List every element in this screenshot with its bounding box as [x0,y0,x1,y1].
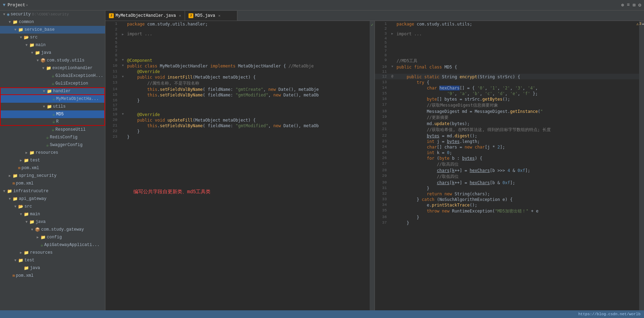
tree-item-md5[interactable]: ☕ MD5 [0,110,105,118]
table-row: 9 //MD5工具 [375,57,639,64]
tree-item-redisconfig[interactable]: ☕ RedisConfig [0,133,105,141]
table-row: 35 throw new RuntimeException("MD5加密出错！"… [375,208,639,214]
pom-sb-label: pom.xml [22,166,39,171]
table-row: 29 //取低四位 [375,173,639,180]
tab-right-label: MD5.java [195,13,215,18]
left-scrollbar-track[interactable]: ✓ [370,21,375,310]
tree-item-handler[interactable]: ▼ 📁 handler [0,87,105,95]
tree-item-main[interactable]: ▼ 📁 main [0,41,105,49]
tree-item-common[interactable]: ▼ 📁 common [0,18,105,26]
tree-item-package[interactable]: ▼ 📦 com.study.utils [0,57,105,64]
tree-item-java-ag[interactable]: ▼ 📁 java [0,218,105,226]
tree-item-utils[interactable]: ▼ 📁 utils [0,103,105,110]
tree-item-java-test-ag[interactable]: 📁 java [0,264,105,272]
security-expand-icon: ▼ [1,13,7,16]
code-cell: import ... [126,31,370,36]
line-num: 2 [105,27,120,31]
folder-icon-java-ag: 📁 [29,219,35,225]
table-row: 12 @ public static String encrypt(String… [375,74,639,79]
security-label: security [10,12,31,17]
tree-item-src-ag[interactable]: ▼ 📂 src [0,203,105,210]
src-expand-icon: ▼ [18,36,24,39]
right-editor-scroll[interactable]: 1 package com.study.utils.utils; 2 3 ▶ i… [375,21,639,310]
tree-item-spring-security[interactable]: ▶ 📁 spring_security [0,172,105,180]
tree-item-config[interactable]: ▶ 📁 config [0,233,105,241]
left-scroll-check: ✓ [370,21,375,28]
table-row: 3 ▶ import ... [375,31,639,36]
project-icon: ▼ [3,2,6,8]
tree-item-gateway-package[interactable]: ▼ 📦 com.study.gateway [0,226,105,233]
responseutil-label: ResponseUtil [55,127,86,132]
sidebar: ▼ ◉ security D:\CODE\security ▼ 📁 common… [0,10,105,310]
tree-item-swaggerconfig[interactable]: ☕ SwaggerConfig [0,141,105,149]
tree-item-resources-ag[interactable]: ▶ 📁 resources [0,249,105,256]
warning-up-icon: ▲ [642,22,644,26]
tree-item-service-base[interactable]: ▼ 📁 service_base [0,26,105,34]
warning-indicator: ⚠ 3 ▲ [636,22,644,26]
add-icon[interactable]: ⊕ [621,2,624,8]
module-icon: ◉ [7,12,9,17]
tree-item-guliexception[interactable]: ☕ GuliException [0,80,105,87]
tree-item-test[interactable]: ▶ 📁 test [0,157,105,164]
table-row: 13 try { [375,79,639,85]
left-editor-scroll[interactable]: 1 package com.study.utils.handler; 2 3 [105,21,370,310]
table-row: 16 } [105,97,370,103]
list-icon[interactable]: ≡ [627,2,630,8]
table-row: 21 this.setFieldValByName( fieldName: "g… [105,123,370,128]
infrastrucutre-label: infrastrucutre [13,189,49,194]
right-code-table: 1 package com.study.utils.utils; 2 3 ▶ i… [375,21,639,225]
table-row: 8 [375,53,639,57]
tree-item-java[interactable]: ▼ 📁 java [0,49,105,57]
table-row: 14 this.setFieldValByName( fieldName: "g… [105,86,370,92]
pom-ss-label: pom.xml [16,181,34,186]
title-bar-title: Project [8,3,25,8]
tab-right[interactable]: J MD5.java ✕ [185,11,237,21]
settings-icon[interactable]: ⚙ [638,2,641,8]
tree-item-r[interactable]: ☕ R [0,118,105,126]
tree-item-resources[interactable]: ▶ 📁 resources [0,149,105,157]
tree-item-pom-sb[interactable]: m pom.xml [0,164,105,172]
main-layout: ▼ ◉ security D:\CODE\security ▼ 📁 common… [0,10,644,310]
main-ag-expand-icon: ▼ [18,212,24,216]
app-root: ▼ Project ▾ ⊕ ≡ ⊞ ⚙ ▼ ◉ security D:\CODE… [0,0,644,318]
tab-left-close[interactable]: ✕ [179,14,181,18]
tab-bar: J MyMetaObjectHandler.java ✕ J MD5.java … [105,10,644,21]
tree-item-api-gateway[interactable]: ▼ 📁 api_gateway [0,195,105,203]
tree-item-security[interactable]: ▼ ◉ security D:\CODE\security [0,10,105,18]
right-scrollbar-track[interactable]: ⚠ 3 ▲ [639,21,644,310]
guliexception-label: GuliException [55,81,88,86]
resources-expand-icon: ▶ [24,151,29,155]
config-label: config [47,235,62,240]
folder-icon-spring-security: 📁 [13,173,18,179]
tree-item-infrastrucutre[interactable]: ▼ 📁 infrastrucutre [0,187,105,195]
gutter [120,27,126,31]
editors-split: 1 package com.study.utils.handler; 2 3 [105,21,644,310]
table-row: 4 [375,36,639,41]
table-row: 24 char[] chars = new char[j * 2]; [375,144,639,150]
package-icon: 📦 [40,58,46,63]
layout-icon[interactable]: ⊞ [632,2,635,8]
tree-item-src[interactable]: ▼ 📂 src [0,34,105,41]
main-label: main [36,43,46,48]
tree-item-apigateway-app[interactable]: ☕ ApiGatewayApplicati... [0,241,105,249]
java-label: java [41,50,51,55]
status-url: https://blog.csdn.net/worlb [578,312,641,316]
tree-item-globalexception[interactable]: ☕ GlobalExceptionH... [0,72,105,80]
tree-item-responseutil[interactable]: ☕ ResponseUtil [0,126,105,133]
table-row: 15 '9', 'a', 'b', 'c', 'd', 'e', 'f' }; [375,91,639,96]
tree-item-exceptionhandler[interactable]: ▼ 📁 exceptionhandler [0,64,105,72]
table-row: 32 return new String(chars); [375,191,639,196]
folder-icon-utils: 📁 [47,104,52,109]
tab-right-close[interactable]: ✕ [218,14,220,18]
table-row: 16 byte[] bytes = strSrc.getBytes(); [375,96,639,102]
sidebar-content: ▼ ◉ security D:\CODE\security ▼ 📁 common… [0,10,105,310]
title-bar-dropdown[interactable]: ▾ [26,3,28,7]
tree-item-main-ag[interactable]: ▼ 📁 main [0,210,105,218]
tab-left[interactable]: J MyMetaObjectHandler.java ✕ [105,11,185,21]
tree-item-pom-ss[interactable]: m pom.xml [0,180,105,187]
tree-item-test-ag[interactable]: ▼ 📁 test [0,256,105,264]
tree-item-mymetaobject[interactable]: ☕ MyMetaObjectHa... [0,95,105,103]
tree-item-pom-ag[interactable]: m pom.xml [0,272,105,280]
table-row: 1 package com.study.utils.utils; [375,21,639,27]
left-editor-pane: 1 package com.study.utils.handler; 2 3 [105,21,375,310]
